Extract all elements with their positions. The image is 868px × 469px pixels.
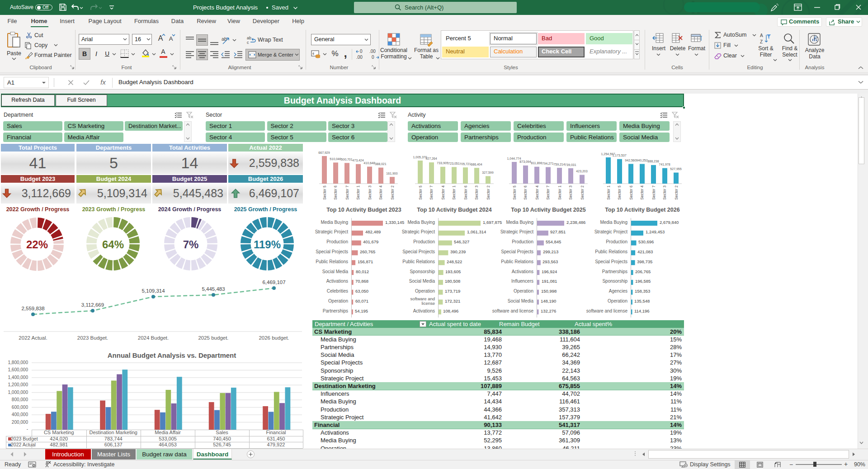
svg-text:Z: Z <box>760 39 763 44</box>
svg-text:0: 0 <box>372 55 374 60</box>
svg-text:0: 0 <box>360 49 363 54</box>
svg-text:.00: .00 <box>356 55 363 60</box>
svg-text:.00: .00 <box>369 49 376 54</box>
svg-text:A: A <box>760 33 763 38</box>
